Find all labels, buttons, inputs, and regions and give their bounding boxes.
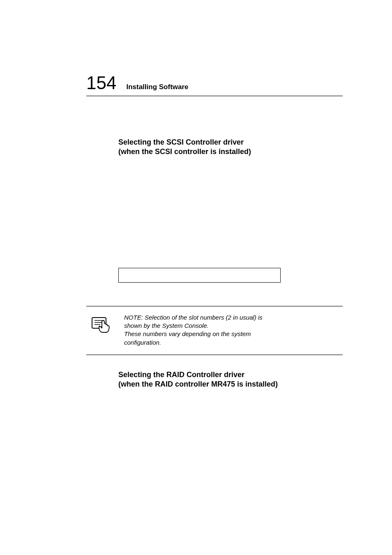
page-container: 154 Installing Software Selecting the SC… xyxy=(0,0,392,414)
note-hand-icon xyxy=(86,313,113,347)
note-line1: NOTE: Selection of the slot numbers (2 i… xyxy=(124,314,263,329)
section-heading-scsi-line1: Selecting the SCSI Controller driver xyxy=(118,138,244,146)
section-heading-scsi-line2: (when the SCSI controller is installed) xyxy=(118,147,251,156)
chapter-title: Installing Software xyxy=(126,83,188,91)
section-heading-scsi: Selecting the SCSI Controller driver (wh… xyxy=(118,138,343,157)
empty-box xyxy=(118,268,281,283)
note-line2: These numbers vary depending on the syst… xyxy=(124,330,251,345)
page-header: 154 Installing Software xyxy=(86,74,343,97)
note-block: NOTE: Selection of the slot numbers (2 i… xyxy=(86,306,343,355)
section-heading-raid-line1: Selecting the RAID Controller driver xyxy=(118,371,244,379)
content-area: Selecting the SCSI Controller driver (wh… xyxy=(86,138,343,389)
note-text: NOTE: Selection of the slot numbers (2 i… xyxy=(124,313,264,347)
section-heading-raid: Selecting the RAID Controller driver (wh… xyxy=(118,370,343,389)
section-heading-raid-line2: (when the RAID controller MR475 is insta… xyxy=(118,380,278,388)
page-number: 154 xyxy=(86,74,116,92)
